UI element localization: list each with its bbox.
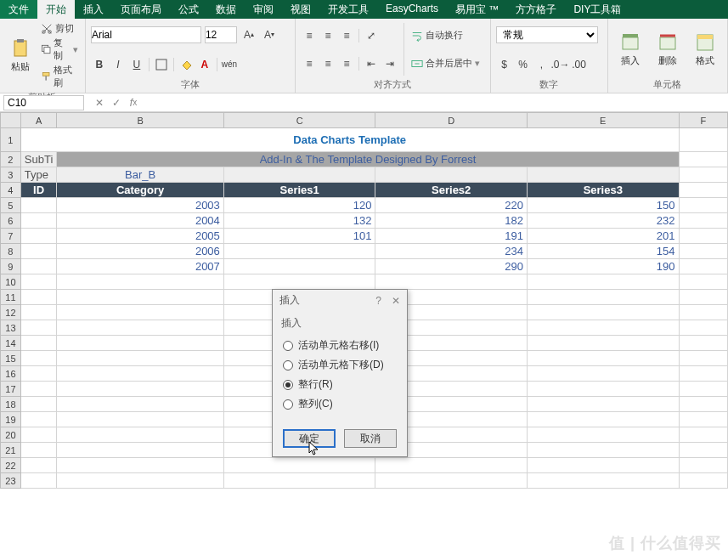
col-header-E[interactable]: E bbox=[527, 113, 679, 128]
align-right-button[interactable]: ≡ bbox=[338, 55, 355, 72]
row-header[interactable]: 5 bbox=[1, 198, 21, 213]
tab-diy[interactable]: DIY工具箱 bbox=[565, 0, 629, 19]
cell[interactable]: 182 bbox=[375, 213, 528, 229]
tab-developer[interactable]: 开发工具 bbox=[319, 0, 377, 19]
header-cell[interactable]: Series2 bbox=[375, 183, 528, 198]
tab-formulas[interactable]: 公式 bbox=[170, 0, 207, 19]
border-button[interactable] bbox=[153, 56, 170, 73]
currency-button[interactable]: $ bbox=[496, 56, 513, 73]
header-cell[interactable]: ID bbox=[20, 183, 56, 198]
radio-shift-right[interactable]: 活动单元格右移(I) bbox=[281, 336, 398, 355]
row-header[interactable]: 7 bbox=[1, 229, 21, 244]
title-cell[interactable]: Data Charts Template bbox=[20, 128, 679, 152]
radio-entire-row[interactable]: 整行(R) bbox=[281, 375, 398, 394]
tab-review[interactable]: 审阅 bbox=[245, 0, 282, 19]
phonetic-button[interactable]: wén bbox=[221, 56, 238, 73]
header-cell[interactable]: Series3 bbox=[527, 183, 679, 198]
row-header[interactable]: 8 bbox=[1, 244, 21, 259]
cell[interactable]: 154 bbox=[527, 244, 679, 259]
decrease-font-button[interactable]: A▾ bbox=[261, 26, 278, 43]
bold-button[interactable]: B bbox=[91, 56, 108, 73]
align-bottom-button[interactable]: ≡ bbox=[338, 27, 355, 44]
italic-button[interactable]: I bbox=[110, 56, 127, 73]
wrap-text-button[interactable]: 自动换行 bbox=[409, 28, 482, 42]
row-header[interactable]: 10 bbox=[1, 274, 21, 290]
col-header-C[interactable]: C bbox=[223, 113, 375, 128]
col-header-A[interactable]: A bbox=[20, 113, 56, 128]
percent-button[interactable]: % bbox=[515, 56, 532, 73]
cell[interactable] bbox=[223, 259, 375, 274]
font-color-button[interactable]: A bbox=[196, 56, 213, 73]
cell[interactable]: 2007 bbox=[57, 259, 223, 274]
align-middle-button[interactable]: ≡ bbox=[319, 27, 336, 44]
type-cell[interactable]: Bar_B bbox=[57, 167, 223, 183]
cell[interactable]: Type bbox=[20, 167, 56, 183]
header-cell[interactable]: Series1 bbox=[223, 183, 375, 198]
row-header[interactable]: 2 bbox=[1, 152, 21, 167]
increase-decimal-button[interactable]: .0→ bbox=[552, 56, 569, 73]
cell[interactable]: 191 bbox=[375, 229, 528, 244]
fill-color-button[interactable] bbox=[178, 56, 195, 73]
font-name-select[interactable] bbox=[91, 26, 201, 43]
dialog-close-button[interactable]: ✕ bbox=[392, 295, 400, 307]
tab-file[interactable]: 文件 bbox=[0, 0, 37, 19]
col-header-D[interactable]: D bbox=[375, 113, 528, 128]
tab-view[interactable]: 视图 bbox=[282, 0, 319, 19]
cell[interactable]: 2006 bbox=[57, 244, 223, 259]
select-all-corner[interactable] bbox=[1, 113, 21, 128]
cancel-formula-button[interactable]: ✕ bbox=[91, 95, 108, 110]
format-cells-button[interactable]: 格式 bbox=[688, 21, 722, 77]
row-header[interactable]: 11 bbox=[1, 290, 21, 305]
row-header[interactable]: 3 bbox=[1, 167, 21, 183]
tab-insert[interactable]: 插入 bbox=[75, 0, 112, 19]
tab-yiyongbao[interactable]: 易用宝 ™ bbox=[447, 0, 507, 19]
cell[interactable]: 234 bbox=[375, 244, 528, 259]
decrease-decimal-button[interactable]: .00 bbox=[571, 56, 588, 73]
cancel-button[interactable]: 取消 bbox=[344, 429, 397, 448]
increase-font-button[interactable]: A▴ bbox=[240, 26, 257, 43]
fx-button[interactable]: fx bbox=[125, 95, 142, 110]
comma-button[interactable]: , bbox=[533, 56, 550, 73]
cell[interactable]: 150 bbox=[527, 198, 679, 213]
name-box[interactable] bbox=[3, 95, 84, 110]
delete-cells-button[interactable]: 删除 bbox=[651, 21, 685, 77]
row-header[interactable]: 6 bbox=[1, 213, 21, 229]
dialog-help-button[interactable]: ? bbox=[375, 295, 381, 307]
ok-button[interactable]: 确定 bbox=[283, 429, 336, 448]
row-header[interactable]: 9 bbox=[1, 259, 21, 274]
tab-fanggezi[interactable]: 方方格子 bbox=[507, 0, 565, 19]
radio-shift-down[interactable]: 活动单元格下移(D) bbox=[281, 355, 398, 375]
cell[interactable]: 232 bbox=[527, 213, 679, 229]
cut-button[interactable]: 剪切 bbox=[39, 21, 80, 36]
cell[interactable]: 201 bbox=[527, 229, 679, 244]
cell[interactable]: SubTi bbox=[20, 152, 56, 167]
cell[interactable] bbox=[223, 244, 375, 259]
tab-home[interactable]: 开始 bbox=[37, 0, 75, 19]
cell[interactable]: 101 bbox=[223, 229, 375, 244]
row-header[interactable]: 1 bbox=[1, 128, 21, 152]
copy-button[interactable]: 复制▾ bbox=[39, 36, 80, 63]
cell[interactable]: 220 bbox=[375, 198, 528, 213]
cell[interactable]: 2004 bbox=[57, 213, 223, 229]
cell[interactable]: 190 bbox=[527, 259, 679, 274]
decrease-indent-button[interactable]: ⇤ bbox=[363, 55, 380, 72]
paste-button[interactable]: 粘贴 bbox=[5, 21, 36, 90]
subtitle-cell[interactable]: Add-In & The Template Designed By Forres… bbox=[57, 152, 679, 167]
col-header-B[interactable]: B bbox=[57, 113, 223, 128]
enter-formula-button[interactable]: ✓ bbox=[108, 95, 125, 110]
header-cell[interactable]: Category bbox=[57, 183, 223, 198]
cell[interactable]: 2003 bbox=[57, 198, 223, 213]
merge-center-button[interactable]: 合并后居中▾ bbox=[409, 56, 482, 71]
align-left-button[interactable]: ≡ bbox=[301, 55, 318, 72]
tab-layout[interactable]: 页面布局 bbox=[112, 0, 170, 19]
cell[interactable]: 120 bbox=[223, 198, 375, 213]
align-center-button[interactable]: ≡ bbox=[319, 55, 336, 72]
orientation-button[interactable]: ⤢ bbox=[363, 27, 380, 44]
number-format-select[interactable]: 常规 bbox=[496, 26, 598, 43]
increase-indent-button[interactable]: ⇥ bbox=[381, 55, 398, 72]
radio-entire-col[interactable]: 整列(C) bbox=[281, 394, 398, 414]
font-size-select[interactable] bbox=[205, 26, 237, 43]
cell[interactable]: 290 bbox=[375, 259, 528, 274]
underline-button[interactable]: U bbox=[128, 56, 145, 73]
row-header[interactable]: 4 bbox=[1, 183, 21, 198]
